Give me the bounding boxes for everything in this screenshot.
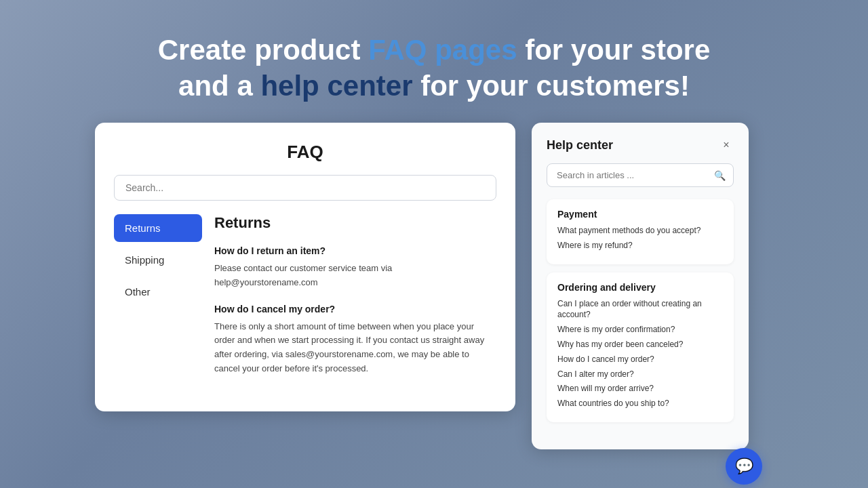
help-link-countries[interactable]: What countries do you ship to?	[557, 398, 723, 409]
chat-icon: 💬	[735, 458, 753, 475]
faq-nav: Returns Shipping Other	[114, 214, 202, 390]
headline-part2: for your store	[517, 34, 711, 66]
help-header: Help center ×	[547, 138, 734, 152]
faq-title: FAQ	[114, 142, 496, 163]
main-headline: Create product FAQ pages for your store …	[158, 33, 711, 104]
faq-search-input[interactable]	[114, 175, 496, 201]
help-center-panel: Help center × 🔍 Payment What payment met…	[532, 123, 749, 449]
help-section-payment: Payment What payment methods do you acce…	[547, 199, 734, 264]
headline-line2-part2: for your customers!	[413, 70, 690, 102]
help-section-ordering: Ordering and delivery Can I place an ord…	[547, 272, 734, 422]
headline-line2-part1: and a	[178, 70, 260, 102]
faq-nav-shipping[interactable]: Shipping	[114, 246, 202, 274]
headline-help-center: help center	[260, 70, 412, 102]
help-link-refund[interactable]: Where is my refund?	[557, 240, 723, 251]
help-center-title: Help center	[547, 138, 613, 152]
faq-content: Returns How do I return an item? Please …	[214, 214, 496, 390]
search-icon: 🔍	[714, 170, 726, 181]
help-link-payment-methods[interactable]: What payment methods do you accept?	[557, 225, 723, 237]
help-link-order-confirmation[interactable]: Where is my order confirmation?	[557, 324, 723, 336]
help-search-input[interactable]	[547, 163, 734, 187]
faq-body: Returns Shipping Other Returns How do I …	[114, 214, 496, 390]
faq-question-1: How do I return an item?	[214, 245, 496, 256]
help-ordering-title: Ordering and delivery	[557, 282, 723, 293]
faq-question-2: How do I cancel my order?	[214, 304, 496, 314]
help-link-arrival[interactable]: When will my order arrive?	[557, 383, 723, 394]
headline-faq-pages: FAQ pages	[368, 34, 517, 66]
faq-panel: FAQ Returns Shipping Other Returns How d…	[95, 123, 515, 411]
panels-row: FAQ Returns Shipping Other Returns How d…	[95, 123, 773, 449]
faq-section-title: Returns	[214, 214, 496, 232]
help-payment-title: Payment	[557, 209, 723, 220]
headline-part1: Create product	[158, 34, 368, 66]
help-link-order-canceled[interactable]: Why has my order been canceled?	[557, 339, 723, 350]
faq-nav-returns[interactable]: Returns	[114, 214, 202, 242]
help-link-order-no-account[interactable]: Can I place an order without creating an…	[557, 298, 723, 321]
faq-nav-other[interactable]: Other	[114, 278, 202, 306]
help-link-cancel-order[interactable]: How do I cancel my order?	[557, 354, 723, 365]
faq-answer-2: There is only a short amount of time bet…	[214, 320, 496, 376]
help-search-wrap: 🔍	[547, 163, 734, 187]
faq-answer-1: Please contact our customer service team…	[214, 262, 496, 290]
chat-bubble-button[interactable]: 💬	[726, 448, 762, 485]
help-link-alter-order[interactable]: Can I alter my order?	[557, 369, 723, 380]
help-close-button[interactable]: ×	[719, 138, 734, 152]
